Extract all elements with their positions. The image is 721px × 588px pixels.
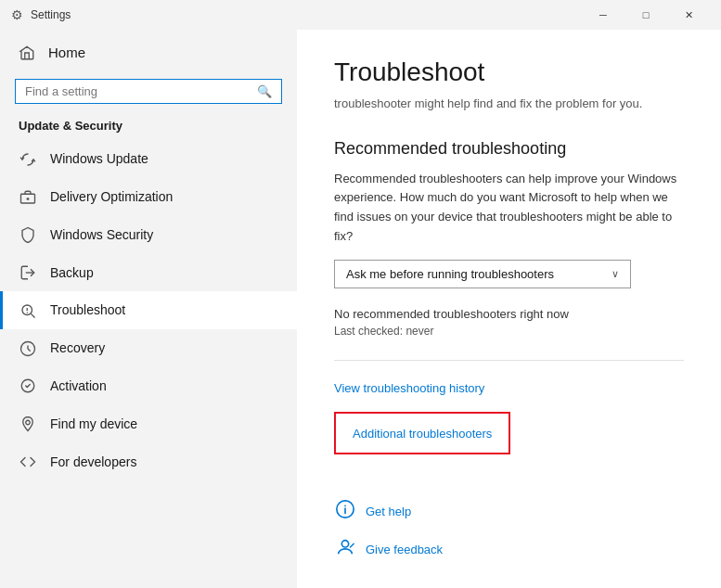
give-feedback-item: Give feedback <box>334 537 684 562</box>
svg-point-12 <box>341 540 348 546</box>
app-window: Home 🔍 Update & Security Windows Update <box>0 30 721 588</box>
recovery-icon <box>19 339 37 357</box>
activation-icon <box>19 377 37 395</box>
sidebar-item-recovery[interactable]: Recovery <box>0 329 297 367</box>
svg-point-8 <box>26 420 31 425</box>
find-my-device-label: Find my device <box>50 416 137 431</box>
home-svg <box>19 45 35 61</box>
titlebar-left: ⚙ Settings <box>11 7 71 22</box>
sidebar-item-backup[interactable]: Backup <box>0 253 297 291</box>
sidebar-section-header: Update & Security <box>0 113 297 140</box>
for-developers-label: For developers <box>50 454 136 469</box>
page-title: Troubleshoot <box>334 58 684 87</box>
maximize-button[interactable]: □ <box>624 0 667 30</box>
home-icon <box>19 43 35 62</box>
backup-label: Backup <box>50 265 94 280</box>
home-label: Home <box>48 45 85 60</box>
main-panel: Troubleshoot troubleshooter might help f… <box>297 30 721 588</box>
titlebar-controls: ─ □ ✕ <box>582 0 710 30</box>
additional-troubleshooters-box[interactable]: Additional troubleshooters <box>334 412 510 454</box>
windows-security-label: Windows Security <box>50 227 153 242</box>
get-help-icon <box>334 499 356 524</box>
sidebar-item-windows-security[interactable]: Windows Security <box>0 216 297 254</box>
view-history-link[interactable]: View troubleshooting history <box>334 381 484 395</box>
divider <box>334 360 684 361</box>
get-help-item: Get help <box>334 499 684 524</box>
chevron-down-icon: ∨ <box>612 268 619 280</box>
get-help-link[interactable]: Get help <box>366 505 411 518</box>
last-checked-text: Last checked: never <box>334 325 684 338</box>
delivery-optimization-label: Delivery Optimization <box>50 189 173 204</box>
search-box[interactable]: 🔍 <box>15 79 282 104</box>
windows-update-label: Windows Update <box>50 151 148 166</box>
sidebar-item-windows-update[interactable]: Windows Update <box>0 140 297 178</box>
sidebar-item-delivery-optimization[interactable]: Delivery Optimization <box>0 178 297 216</box>
recommended-section-title: Recommended troubleshooting <box>334 139 684 159</box>
titlebar-title: Settings <box>31 8 71 21</box>
give-feedback-icon <box>334 537 356 562</box>
find-my-device-icon <box>19 415 37 432</box>
dropdown-value: Ask me before running troubleshooters <box>346 267 554 281</box>
svg-line-13 <box>351 543 354 547</box>
troubleshooter-dropdown[interactable]: Ask me before running troubleshooters ∨ <box>334 260 631 288</box>
svg-point-6 <box>27 312 28 313</box>
no-troubleshooters-text: No recommended troubleshooters right now <box>334 307 684 321</box>
additional-troubleshooters-link[interactable]: Additional troubleshooters <box>353 427 492 441</box>
minimize-button[interactable]: ─ <box>582 0 624 30</box>
give-feedback-link[interactable]: Give feedback <box>366 543 443 556</box>
recommended-description: Recommended troubleshooters can help imp… <box>334 170 684 247</box>
sidebar-item-find-my-device[interactable]: Find my device <box>0 404 297 442</box>
recovery-label: Recovery <box>50 340 105 355</box>
windows-update-icon <box>19 150 37 168</box>
page-subtitle: troubleshooter might help find and fix t… <box>334 95 684 113</box>
search-input[interactable] <box>25 84 257 98</box>
sidebar-item-for-developers[interactable]: For developers <box>0 442 297 480</box>
sidebar-item-activation[interactable]: Activation <box>0 367 297 405</box>
delivery-optimization-icon <box>19 188 37 206</box>
backup-icon <box>19 263 37 281</box>
activation-label: Activation <box>50 378 107 393</box>
sidebar-item-troubleshoot[interactable]: Troubleshoot <box>0 291 297 329</box>
troubleshoot-label: Troubleshoot <box>50 302 125 317</box>
sidebar: Home 🔍 Update & Security Windows Update <box>0 30 297 588</box>
sidebar-item-home[interactable]: Home <box>0 30 297 75</box>
windows-security-icon <box>19 226 37 244</box>
close-button[interactable]: ✕ <box>667 0 710 30</box>
search-icon: 🔍 <box>257 84 272 98</box>
settings-gear-icon: ⚙ <box>11 7 23 22</box>
troubleshoot-icon <box>19 301 37 319</box>
svg-point-10 <box>344 505 346 506</box>
titlebar: ⚙ Settings ─ □ ✕ <box>0 0 721 30</box>
for-developers-icon <box>19 453 37 470</box>
svg-line-4 <box>31 313 34 317</box>
